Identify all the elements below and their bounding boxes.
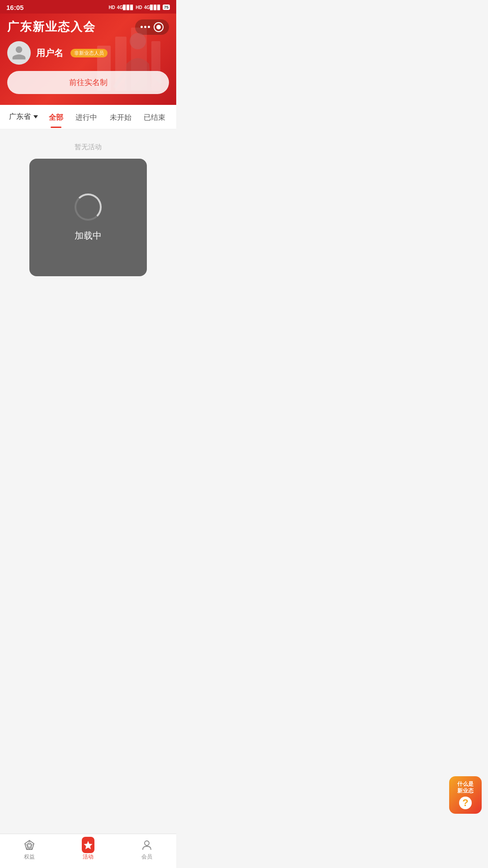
hd-icon-1: HD — [108, 5, 115, 10]
signal-icon: 4G▊▊▊ — [117, 5, 134, 10]
signal-icon-2: 4G▊▊▊ — [144, 5, 161, 10]
loading-spinner — [75, 193, 102, 221]
user-name: 用户名 — [36, 47, 63, 59]
filter-bar: 广东省 全部 进行中 未开始 已结束 — [0, 105, 176, 129]
banner: 广东新业态入会 — [0, 14, 176, 105]
realname-button[interactable]: 前往实名制 — [7, 71, 169, 94]
content-area: 暂无活动 加载中 — [0, 129, 176, 310]
app-title: 广东新业态入会 — [7, 19, 96, 35]
loading-text: 加载中 — [75, 230, 102, 242]
region-selector[interactable]: 广东省 — [5, 105, 42, 129]
tab-all[interactable]: 全部 — [45, 106, 67, 128]
user-info: 用户名 非新业态人员 — [36, 47, 108, 59]
hd-icon-2: HD — [136, 5, 142, 10]
avatar-icon — [11, 45, 27, 61]
chevron-down-icon — [33, 115, 38, 118]
loading-overlay: 加载中 — [29, 159, 147, 276]
status-time: 16:05 — [6, 4, 23, 11]
filter-tabs: 全部 进行中 未开始 已结束 — [42, 106, 172, 128]
status-bar: 16:05 HD 4G▊▊▊ HD 4G▊▊▊ 75 — [0, 0, 176, 14]
user-row: 用户名 非新业态人员 — [7, 41, 169, 65]
empty-text: 暂无活动 — [75, 143, 102, 151]
user-badge: 非新业态人员 — [70, 49, 108, 57]
avatar — [7, 41, 31, 65]
tab-ongoing[interactable]: 进行中 — [72, 106, 101, 128]
region-label: 广东省 — [9, 112, 31, 122]
status-icons: HD 4G▊▊▊ HD 4G▊▊▊ 75 — [108, 5, 170, 10]
tab-not-started[interactable]: 未开始 — [106, 106, 135, 128]
battery-icon: 75 — [163, 5, 170, 10]
tab-ended[interactable]: 已结束 — [140, 106, 169, 128]
